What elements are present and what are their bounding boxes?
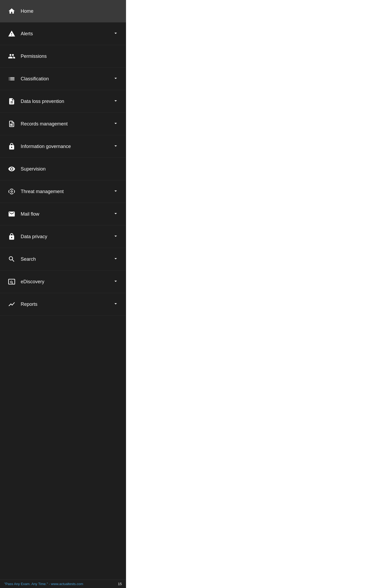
footer-text: "Pass Any Exam. Any Time." - www.actualt… <box>4 582 83 586</box>
chevron-down-icon-data-privacy <box>113 233 119 240</box>
classification-icon <box>7 75 16 83</box>
sidebar-item-label-mail-flow: Mail flow <box>21 211 39 217</box>
supervision-icon <box>7 165 16 173</box>
sidebar-item-reports[interactable]: Reports <box>0 293 126 316</box>
footer-page: 15 <box>118 582 122 586</box>
main-content <box>126 0 386 588</box>
chevron-down-icon-information-governance <box>113 143 119 150</box>
sidebar-item-alerts[interactable]: Alerts <box>0 23 126 45</box>
sidebar-item-records[interactable]: Records management <box>0 113 126 135</box>
sidebar-item-label-home: Home <box>21 8 33 14</box>
svg-rect-0 <box>10 102 11 103</box>
sidebar-item-data-privacy[interactable]: Data privacy <box>0 225 126 248</box>
chevron-down-icon-records <box>113 120 119 127</box>
sidebar-item-label-permissions: Permissions <box>21 54 47 59</box>
mail-icon <box>7 210 16 218</box>
chevron-down-icon-classification <box>113 75 119 82</box>
sidebar-item-label-search: Search <box>21 256 36 262</box>
sidebar-item-permissions[interactable]: Permissions <box>0 45 126 68</box>
footer-bar: "Pass Any Exam. Any Time." - www.actualt… <box>0 580 126 588</box>
sidebar-item-supervision[interactable]: Supervision <box>0 158 126 180</box>
sidebar-item-information-governance[interactable]: Information governance <box>0 135 126 158</box>
sidebar-item-ediscovery[interactable]: eDiscovery <box>0 271 126 293</box>
sidebar: Home Alerts Permissions <box>0 0 126 588</box>
records-icon <box>7 120 16 128</box>
svg-point-3 <box>11 191 12 192</box>
sidebar-item-home[interactable]: Home <box>0 0 126 23</box>
sidebar-item-label-ediscovery: eDiscovery <box>21 279 44 285</box>
chevron-down-icon-search <box>113 256 119 263</box>
sidebar-item-label-dlp: Data loss prevention <box>21 99 64 104</box>
sidebar-item-label-threat-management: Threat management <box>21 189 64 194</box>
lock-icon <box>7 142 16 151</box>
ediscovery-icon <box>7 277 16 286</box>
dlp-icon <box>7 97 16 106</box>
sidebar-item-dlp[interactable]: Data loss prevention <box>0 90 126 113</box>
chevron-down-icon-alerts <box>113 30 119 37</box>
sidebar-item-classification[interactable]: Classification <box>0 68 126 90</box>
chevron-down-icon-reports <box>113 301 119 308</box>
chevron-down-icon-threat-management <box>113 188 119 195</box>
sidebar-item-label-reports: Reports <box>21 302 37 307</box>
home-icon <box>7 7 16 15</box>
sidebar-item-search[interactable]: Search <box>0 248 126 271</box>
sidebar-item-label-information-governance: Information governance <box>21 144 71 149</box>
chevron-down-icon-ediscovery <box>113 278 119 285</box>
reports-icon <box>7 300 16 308</box>
threat-icon <box>7 187 16 196</box>
permissions-icon <box>7 52 16 60</box>
sidebar-item-label-classification: Classification <box>21 76 49 82</box>
sidebar-item-label-data-privacy: Data privacy <box>21 234 47 239</box>
chevron-down-icon-mail-flow <box>113 211 119 217</box>
sidebar-item-mail-flow[interactable]: Mail flow <box>0 203 126 225</box>
sidebar-item-label-records: Records management <box>21 121 68 127</box>
data-privacy-lock-icon <box>7 232 16 241</box>
alerts-icon <box>7 29 16 38</box>
sidebar-item-label-supervision: Supervision <box>21 166 46 172</box>
search-icon <box>7 255 16 263</box>
chevron-down-icon-dlp <box>113 98 119 105</box>
sidebar-item-threat-management[interactable]: Threat management <box>0 180 126 203</box>
sidebar-item-label-alerts: Alerts <box>21 31 33 37</box>
